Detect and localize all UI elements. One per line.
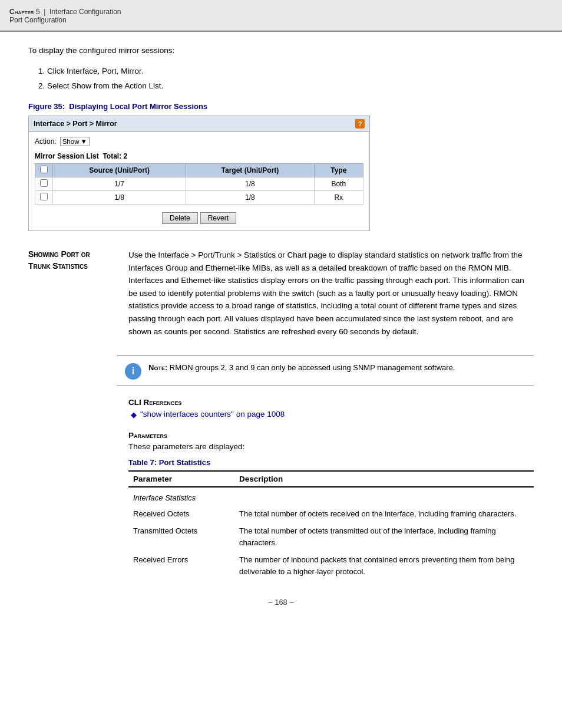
section-body: Use the Interface > Port/Trunk > Statist… xyxy=(128,249,534,338)
mirror-table: Source (Unit/Port) Target (Unit/Port) Ty… xyxy=(35,163,363,205)
note-label: Note: xyxy=(148,363,167,372)
action-select[interactable]: Show ▼ xyxy=(60,137,90,146)
table-row: Received Octets The total number of octe… xyxy=(128,505,534,523)
session-list-heading: Mirror Session List Total: 2 xyxy=(35,152,363,160)
row2-checkbox[interactable] xyxy=(40,193,48,200)
cli-section: CLI References ◆ "show interfaces counte… xyxy=(128,398,534,419)
action-label: Action: xyxy=(35,137,57,146)
row2-source: 1/8 xyxy=(53,191,186,205)
section-sidebar: Showing Port or Trunk Statistics xyxy=(28,249,117,338)
section-paragraph: Use the Interface > Port/Trunk > Statist… xyxy=(128,249,534,338)
table-row: 1/7 1/8 Both xyxy=(35,177,363,191)
page-header: Chapter 5 | Interface Configuration Port… xyxy=(0,0,562,31)
col-target: Target (Unit/Port) xyxy=(186,164,314,177)
action-value: Show xyxy=(62,138,80,145)
note-box: i Note: RMON groups 2, 3 and 9 can only … xyxy=(117,355,534,386)
parameters-section: Parameters These parameters are displaye… xyxy=(128,431,534,580)
note-body: RMON groups 2, 3 and 9 can only be acces… xyxy=(170,363,455,372)
parameters-heading: Parameters xyxy=(128,431,534,440)
stats-table-header-row: Parameter Description xyxy=(128,471,534,487)
bullet-icon: ◆ xyxy=(131,410,137,419)
param-received-errors: Received Errors xyxy=(128,551,234,580)
help-icon[interactable]: ? xyxy=(355,119,365,129)
cli-heading: CLI References xyxy=(128,398,534,407)
row2-check[interactable] xyxy=(35,191,53,205)
widget-body: Action: Show ▼ Mirror Session List Total… xyxy=(29,132,369,230)
col-param: Parameter xyxy=(128,471,234,487)
parameters-intro: These parameters are displayed: xyxy=(128,442,534,451)
col-checkbox xyxy=(35,164,53,177)
delete-button[interactable]: Delete xyxy=(162,212,198,224)
sidebar-title: Showing Port or Trunk Statistics xyxy=(28,249,117,272)
intro-paragraph: To display the configured mirror session… xyxy=(28,46,534,55)
desc-received-errors: The number of inbound packets that conta… xyxy=(234,551,534,580)
figure-title: Displaying Local Port Mirror Sessions xyxy=(69,102,207,111)
figure-caption: Figure 35: Displaying Local Port Mirror … xyxy=(28,102,534,111)
note-text: Note: RMON groups 2, 3 and 9 can only be… xyxy=(148,362,455,374)
widget-title-bar: Interface > Port > Mirror ? xyxy=(29,116,369,132)
row1-check[interactable] xyxy=(35,177,53,191)
col-type: Type xyxy=(314,164,363,177)
table-row: Received Errors The number of inbound pa… xyxy=(128,551,534,580)
steps-list: Click Interface, Port, Mirror. Select Sh… xyxy=(47,67,534,90)
interface-stats-label: Interface Statistics xyxy=(128,487,534,505)
chapter-heading: Chapter 5 | Interface Configuration xyxy=(9,8,121,16)
pipe-separator: | xyxy=(42,8,48,16)
row1-source: 1/7 xyxy=(53,177,186,191)
row1-checkbox[interactable] xyxy=(40,179,48,187)
col-source: Source (Unit/Port) xyxy=(53,164,186,177)
table-caption: Table 7: Port Statistics xyxy=(128,458,534,467)
desc-received-octets: The total number of octets received on t… xyxy=(234,505,534,523)
page-subtitle: Port Configuration xyxy=(9,16,67,24)
row2-target: 1/8 xyxy=(186,191,314,205)
desc-transmitted-octets: The total number of octets transmitted o… xyxy=(234,522,534,551)
row1-target: 1/8 xyxy=(186,177,314,191)
action-row: Action: Show ▼ xyxy=(35,137,363,146)
revert-button[interactable]: Revert xyxy=(200,212,236,224)
page-number: – 168 – xyxy=(28,598,534,607)
row2-type: Rx xyxy=(314,191,363,205)
chapter-number: 5 xyxy=(36,8,40,16)
widget-path: Interface > Port > Mirror xyxy=(34,120,117,128)
interface-widget: Interface > Port > Mirror ? Action: Show… xyxy=(28,116,370,231)
interface-statistics-heading-row: Interface Statistics xyxy=(128,487,534,505)
showing-section: Showing Port or Trunk Statistics Use the… xyxy=(28,249,534,338)
row1-type: Both xyxy=(314,177,363,191)
figure-label: Figure 35: xyxy=(28,102,65,111)
button-row: Delete Revert xyxy=(35,209,363,226)
param-transmitted-octets: Transmitted Octets xyxy=(128,522,234,551)
select-all-checkbox[interactable] xyxy=(40,166,48,173)
main-content: To display the configured mirror session… xyxy=(0,32,562,630)
stats-table: Parameter Description Interface Statisti… xyxy=(128,470,534,580)
table-row: Transmitted Octets The total number of o… xyxy=(128,522,534,551)
select-arrow-icon: ▼ xyxy=(80,138,87,145)
step-1: Click Interface, Port, Mirror. xyxy=(47,67,534,75)
cli-link-item: ◆ "show interfaces counters" on page 100… xyxy=(131,410,534,419)
cli-link[interactable]: "show interfaces counters" on page 1008 xyxy=(140,410,285,419)
col-desc: Description xyxy=(234,471,534,487)
chapter-label: Chapter xyxy=(9,8,34,16)
table-row: 1/8 1/8 Rx xyxy=(35,191,363,205)
chapter-title: Interface Configuration xyxy=(49,8,121,16)
step-2: Select Show from the Action List. xyxy=(47,81,534,90)
param-received-octets: Received Octets xyxy=(128,505,234,523)
note-icon: i xyxy=(125,363,141,380)
